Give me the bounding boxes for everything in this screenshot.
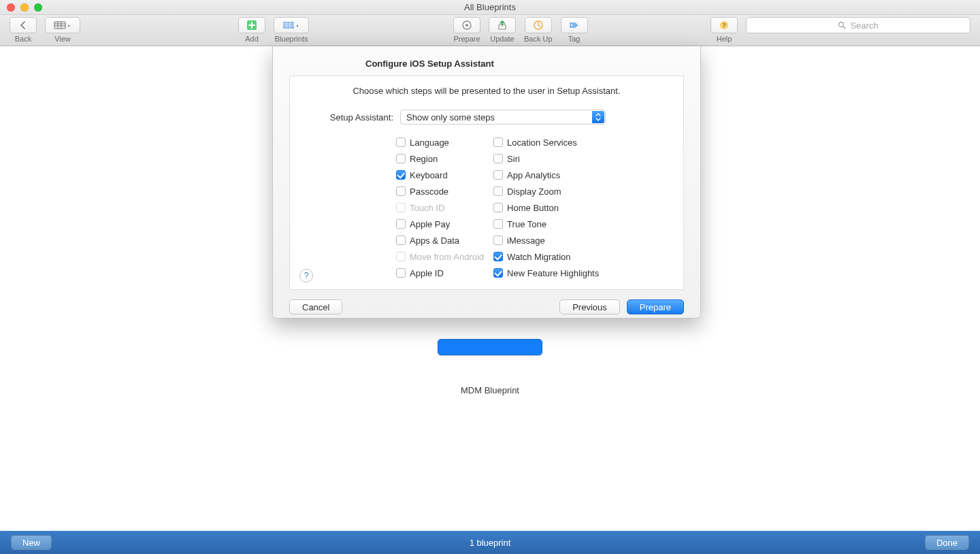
checkbox-label: iMessage bbox=[507, 235, 545, 246]
checkbox-label: New Feature Highlights bbox=[507, 268, 599, 278]
setup-assistant-value: Show only some steps bbox=[406, 112, 495, 123]
checkbox-label: Touch ID bbox=[410, 203, 444, 213]
svg-rect-6 bbox=[283, 22, 294, 29]
prepare-label: Prepare bbox=[453, 35, 480, 43]
checkbox-row[interactable]: App Analytics bbox=[493, 168, 599, 182]
blueprint-selected-button[interactable] bbox=[438, 339, 542, 355]
search-input[interactable]: Search bbox=[746, 17, 970, 33]
svg-point-15 bbox=[570, 25, 572, 26]
checkbox-label: Apple ID bbox=[410, 268, 444, 278]
checkbox[interactable] bbox=[396, 186, 406, 196]
checkbox-label: Passcode bbox=[410, 186, 448, 197]
checkbox-row[interactable]: Apps & Data bbox=[396, 233, 484, 247]
checkbox[interactable] bbox=[493, 170, 503, 180]
titlebar: All Blueprints bbox=[0, 0, 980, 15]
svg-point-18 bbox=[839, 22, 844, 27]
checkbox-label: Display Zoom bbox=[507, 186, 561, 197]
checkbox[interactable] bbox=[396, 137, 406, 147]
setup-assistant-sheet: Configure iOS Setup Assistant Choose whi… bbox=[272, 46, 701, 319]
help-button[interactable]: ? bbox=[710, 17, 738, 33]
checkbox-row: Move from Android bbox=[396, 250, 484, 263]
help-label: Help bbox=[717, 35, 732, 43]
checkbox[interactable] bbox=[493, 203, 503, 212]
checkbox[interactable] bbox=[493, 235, 503, 245]
checkbox-label: Region bbox=[410, 154, 438, 164]
checkbox-row[interactable]: Siri bbox=[493, 152, 599, 165]
blueprint-label: MDM Blueprint bbox=[422, 385, 558, 395]
checkbox-label: Location Services bbox=[507, 137, 577, 148]
close-window-button[interactable] bbox=[7, 3, 15, 12]
checkbox[interactable] bbox=[396, 154, 406, 163]
help-icon[interactable]: ? bbox=[299, 269, 313, 282]
blueprints-label: Blueprints bbox=[275, 35, 308, 43]
checkbox-label: Apps & Data bbox=[410, 235, 459, 246]
done-button[interactable]: Done bbox=[925, 535, 969, 550]
checkbox-label: Language bbox=[410, 137, 449, 148]
prepare-button[interactable] bbox=[453, 17, 480, 33]
checkbox[interactable] bbox=[493, 252, 503, 261]
content-area: MDM Blueprint Configure iOS Setup Assist… bbox=[0, 46, 980, 531]
svg-point-12 bbox=[466, 24, 468, 27]
checkbox-row[interactable]: Watch Migration bbox=[493, 250, 599, 263]
checkbox[interactable] bbox=[493, 219, 503, 229]
checkbox[interactable] bbox=[396, 268, 406, 278]
backup-button[interactable] bbox=[525, 17, 552, 33]
add-label: Add bbox=[245, 35, 259, 43]
checkbox[interactable] bbox=[396, 235, 406, 245]
checkbox[interactable] bbox=[493, 268, 503, 278]
checkbox-row[interactable]: True Tone bbox=[493, 217, 599, 231]
checkbox[interactable] bbox=[493, 186, 503, 196]
checkbox-row[interactable]: Location Services bbox=[493, 135, 599, 149]
checkbox-row[interactable]: iMessage bbox=[493, 233, 599, 247]
checkbox-row[interactable]: Apple ID bbox=[396, 266, 484, 280]
chevrons-icon bbox=[592, 111, 604, 123]
checkbox[interactable] bbox=[396, 170, 406, 180]
add-button[interactable] bbox=[238, 17, 265, 33]
checkbox-row[interactable]: Keyboard bbox=[396, 168, 484, 182]
minimize-window-button[interactable] bbox=[20, 3, 29, 12]
checkbox-label: Siri bbox=[507, 154, 520, 164]
checkbox[interactable] bbox=[396, 219, 406, 229]
checkbox-column-2: Location ServicesSiriApp AnalyticsDispla… bbox=[493, 135, 599, 280]
search-placeholder: Search bbox=[850, 20, 878, 31]
checkbox[interactable] bbox=[493, 154, 503, 163]
tag-label: Tag bbox=[568, 35, 581, 43]
update-button[interactable] bbox=[489, 17, 516, 33]
checkbox-label: App Analytics bbox=[507, 170, 560, 180]
checkbox-row[interactable]: New Feature Highlights bbox=[493, 266, 599, 280]
toolbar: Back View Add Blueprints bbox=[0, 15, 980, 46]
back-button[interactable] bbox=[10, 17, 37, 33]
backup-label: Back Up bbox=[524, 35, 553, 43]
setup-assistant-popup[interactable]: Show only some steps bbox=[400, 110, 606, 125]
previous-button[interactable]: Previous bbox=[559, 299, 620, 314]
checkbox-row[interactable]: Apple Pay bbox=[396, 217, 484, 231]
view-button[interactable] bbox=[45, 17, 80, 33]
checkbox bbox=[396, 252, 406, 261]
checkbox-label: True Tone bbox=[507, 219, 546, 229]
tag-button[interactable] bbox=[561, 17, 588, 33]
checkbox-row[interactable]: Home Button bbox=[493, 201, 599, 214]
checkbox-row[interactable]: Language bbox=[396, 135, 484, 149]
window-title: All Blueprints bbox=[0, 2, 980, 12]
new-button[interactable]: New bbox=[11, 535, 52, 550]
checkbox-label: Apple Pay bbox=[410, 219, 450, 229]
svg-line-19 bbox=[843, 27, 845, 29]
svg-rect-0 bbox=[54, 22, 65, 29]
setup-assistant-label: Setup Assistant: bbox=[318, 112, 393, 123]
checkbox-label: Keyboard bbox=[410, 170, 448, 180]
zoom-window-button[interactable] bbox=[34, 3, 42, 12]
blueprints-button[interactable] bbox=[274, 17, 309, 33]
sheet-instruction: Choose which steps will be presented to … bbox=[302, 86, 671, 96]
checkbox-label: Home Button bbox=[507, 203, 559, 213]
checkbox-row[interactable]: Display Zoom bbox=[493, 184, 599, 198]
checkbox-row[interactable]: Region bbox=[396, 152, 484, 165]
prepare-submit-button[interactable]: Prepare bbox=[627, 299, 684, 314]
bottom-bar: New 1 blueprint Done bbox=[0, 531, 980, 554]
checkbox[interactable] bbox=[493, 137, 503, 147]
window-controls bbox=[0, 3, 42, 12]
checkbox-row[interactable]: Passcode bbox=[396, 184, 484, 198]
checkbox bbox=[396, 203, 406, 212]
cancel-button[interactable]: Cancel bbox=[289, 299, 342, 314]
checkbox-row: Touch ID bbox=[396, 201, 484, 214]
back-label: Back bbox=[15, 35, 31, 43]
